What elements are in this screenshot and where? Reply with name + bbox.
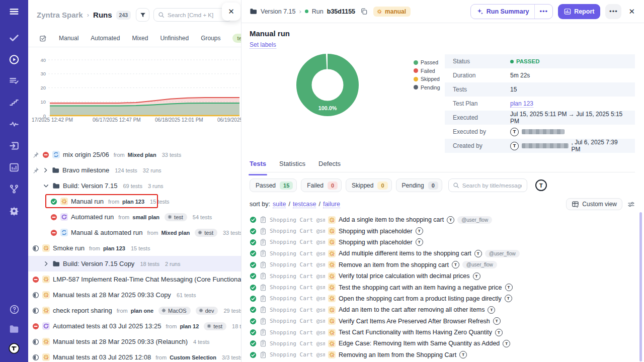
clipboard-icon xyxy=(260,261,267,268)
test-row[interactable]: Shopping Cart @sm...Shopping with placeh… xyxy=(250,237,635,248)
run-list-item[interactable]: mix origin 25/06fromMixed plan33 tests xyxy=(28,147,241,162)
tests-search-input[interactable] xyxy=(462,183,522,189)
run-list-item[interactable]: check report sharingfromplan oneMacOSdev… xyxy=(28,303,241,318)
chevron-down-icon[interactable] xyxy=(43,183,49,189)
runs-tab-unfinished[interactable]: Unfinished xyxy=(160,35,189,42)
sliders-icon[interactable] xyxy=(627,201,635,208)
test-row[interactable]: Shopping Cart @sm...Add an item to the c… xyxy=(250,304,635,315)
run-plan-name: Mixed plan xyxy=(161,230,190,236)
filter-chip-skipped[interactable]: Skipped0 xyxy=(346,178,392,192)
test-row[interactable]: Shopping Cart @sm...Verify total price c… xyxy=(250,270,635,282)
test-row[interactable]: Shopping Cart @sm...Open the shopping ca… xyxy=(250,293,635,304)
assignee-avatar: T xyxy=(495,329,503,336)
menu-icon[interactable] xyxy=(9,6,20,17)
chevron-right-icon[interactable] xyxy=(42,167,49,173)
tag-filter-pill[interactable]: test xyxy=(232,34,241,43)
avatar-t[interactable] xyxy=(9,343,20,354)
play-circle-icon[interactable] xyxy=(9,54,20,65)
test-row[interactable]: Shopping Cart @sm...Edge Case: Removing … xyxy=(250,338,635,349)
more-actions-button[interactable]: ••• xyxy=(605,4,621,19)
runs-count-badge: 243 xyxy=(116,11,131,20)
main-sidebar xyxy=(0,0,28,362)
sort-by-failure[interactable]: failure xyxy=(323,201,340,208)
inbox-arrow-icon[interactable] xyxy=(9,140,20,151)
close-panel-button[interactable]: ✕ xyxy=(222,3,240,21)
legend-item-skipped: Skipped xyxy=(414,75,445,83)
run-list-item[interactable]: Automated tests at 03 Jul 2025 13:25from… xyxy=(28,318,241,334)
set-labels-link[interactable]: Set labels xyxy=(250,41,276,49)
breadcrumb-folder[interactable]: Version 7.15 xyxy=(261,8,296,15)
run-list-item[interactable]: Build: Version 7.1569 tests3 runs xyxy=(28,178,241,194)
filter-button[interactable] xyxy=(136,8,149,22)
sort-by-testcase[interactable]: testcase xyxy=(293,201,316,208)
tab-tests[interactable]: Tests xyxy=(250,160,266,172)
assignee-avatar: T xyxy=(474,250,482,257)
filter-chip-passed[interactable]: Passed15 xyxy=(250,178,297,192)
filter-chip-failed[interactable]: Failed0 xyxy=(301,178,342,192)
tab-defects[interactable]: Defects xyxy=(318,160,341,172)
folder-icon[interactable] xyxy=(9,323,20,334)
pulse-icon[interactable] xyxy=(9,119,20,130)
test-row[interactable]: Shopping Cart @sm...Test Cart Functional… xyxy=(250,327,635,338)
run-meta: 15 tests xyxy=(150,199,170,205)
run-list-item[interactable]: Manual tests at 03 Jul 2025 12:08fromCus… xyxy=(28,349,241,362)
run-summary-button[interactable]: Run Summary ••• xyxy=(470,4,553,19)
user-avatar: T xyxy=(510,128,519,136)
test-row[interactable]: Shopping Cart @sm...Remove an item from … xyxy=(250,259,635,270)
run-list-item[interactable]: Automated runfromsmall plantest54 tests xyxy=(28,209,241,225)
svg-text:30: 30 xyxy=(40,71,46,76)
chevron-right-icon[interactable] xyxy=(43,260,49,267)
run-list-item[interactable]: Manual & automated runfromMixed plantest… xyxy=(28,225,241,240)
runs-search[interactable] xyxy=(153,8,232,22)
test-list-icon[interactable] xyxy=(9,75,20,86)
filter-chip-pending[interactable]: Pending0 xyxy=(396,178,442,192)
tests-search[interactable] xyxy=(448,178,527,192)
manual-type-icon xyxy=(60,198,68,205)
close-detail-button[interactable]: ✕ xyxy=(626,5,637,18)
breadcrumb-project[interactable]: Zyntra Spark xyxy=(37,11,83,19)
run-name: Manual tests at 28 Mar 2025 09:33 (Relau… xyxy=(53,338,188,345)
tab-statistics[interactable]: Statistics xyxy=(279,160,305,172)
multi-select-icon[interactable] xyxy=(39,35,47,42)
bar-chart-icon[interactable] xyxy=(9,162,20,173)
test-row[interactable]: Shopping Cart @sm...Add multiple differe… xyxy=(250,248,635,259)
runs-tab-mixed[interactable]: Mixed xyxy=(132,35,148,42)
run-list-item[interactable]: Bravo milestone124 tests32 runs xyxy=(28,162,241,178)
test-plan-link[interactable]: plan 123 xyxy=(510,100,533,108)
run-list-item[interactable]: Manual runfromplan 12315 tests xyxy=(28,194,241,209)
runs-tab-automated[interactable]: Automated xyxy=(91,35,120,42)
run-summary-more-button[interactable]: ••• xyxy=(534,5,552,19)
results-donut-chart: 100.0% xyxy=(295,53,360,119)
gear-icon[interactable] xyxy=(9,205,20,216)
run-list-item[interactable]: LMP-587 Implement Real-Time Chat Messagi… xyxy=(28,272,241,287)
runs-tab-groups[interactable]: Groups xyxy=(201,35,220,42)
status-filter-chips: Passed15Failed0Skipped0Pending0 T xyxy=(250,178,635,192)
run-list-item[interactable]: Manual tests at 28 Mar 2025 09:33 (Relau… xyxy=(28,334,241,349)
custom-view-button[interactable]: Custom view xyxy=(566,198,622,210)
test-row[interactable]: Shopping Cart @sm...Add a single item to… xyxy=(250,214,635,225)
assignee-avatar[interactable]: T xyxy=(535,179,547,191)
run-list-item[interactable]: Build: Version 7.15 Copy18 tests2 runs xyxy=(28,256,241,272)
run-list-item[interactable]: Manual tests at 28 Mar 2025 09:33 Copy61… xyxy=(28,287,241,303)
report-button[interactable]: Report xyxy=(558,4,600,19)
folder-icon xyxy=(52,166,59,174)
steps-icon[interactable] xyxy=(9,97,20,108)
runs-search-input[interactable] xyxy=(168,12,223,18)
runs-tab-manual[interactable]: Manual xyxy=(59,35,78,42)
tests-scrollbar[interactable] xyxy=(639,212,642,361)
test-row[interactable]: Shopping Cart @sm...Verify Cart Items Ar… xyxy=(250,316,635,327)
test-row[interactable]: Shopping Cart @sm...Removing an Item fro… xyxy=(250,349,635,360)
run-detail-topbar: Version 7.15 › Run b35d1155 manual Run S… xyxy=(242,0,644,23)
branch-icon[interactable] xyxy=(9,184,20,195)
test-row[interactable]: Shopping Cart @sm...Shopping with placeh… xyxy=(250,225,635,236)
run-id: b35d1155 xyxy=(327,8,355,15)
check-icon[interactable] xyxy=(9,32,20,43)
copy-icon[interactable] xyxy=(360,8,368,15)
help-icon[interactable] xyxy=(9,304,20,315)
run-list-item[interactable]: Smoke runfromplan 12315 tests xyxy=(28,240,241,256)
test-row[interactable]: Shopping Cart @sm...Test the shopping ca… xyxy=(250,282,635,293)
run-name: Manual run xyxy=(71,198,104,205)
page-title: Runs xyxy=(93,11,112,19)
sort-by-suite[interactable]: suite xyxy=(273,201,286,208)
svg-text:20: 20 xyxy=(40,85,46,90)
